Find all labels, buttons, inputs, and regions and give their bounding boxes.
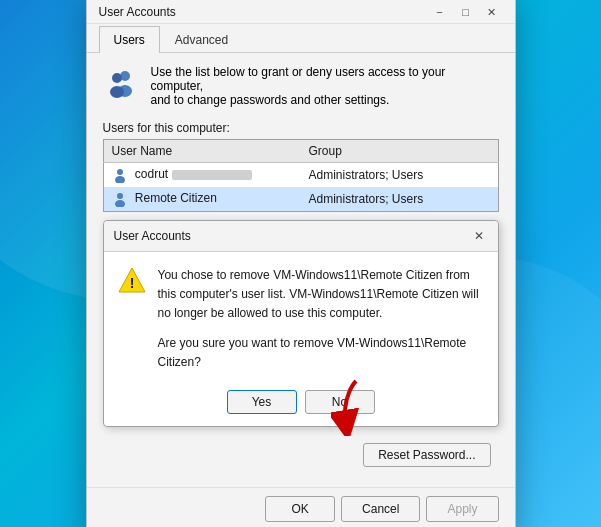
user-group-cell: Administrators; Users [301, 187, 499, 212]
svg-point-5 [115, 176, 125, 183]
maximize-button[interactable]: □ [455, 1, 477, 23]
confirm-close-button[interactable]: ✕ [470, 227, 488, 245]
blurred-password [172, 170, 252, 180]
svg-point-6 [117, 193, 123, 199]
svg-point-2 [112, 73, 122, 83]
tab-users[interactable]: Users [99, 26, 160, 53]
title-bar-controls: − □ ✕ [429, 1, 503, 23]
confirm-message-part1: You chose to remove VM-Windows11\Remote … [158, 266, 484, 324]
warning-icon: ! [118, 266, 146, 294]
user-name-cell: Remote Citizen [103, 187, 301, 212]
bottom-buttons-row: Reset Password... [103, 435, 499, 475]
user-accounts-window: User Accounts − □ ✕ Users Advanced [86, 0, 516, 527]
table-row[interactable]: codrut Administrators; Users [103, 163, 498, 188]
confirm-title-bar: User Accounts ✕ [104, 221, 498, 252]
svg-text:!: ! [129, 275, 134, 291]
title-bar-left: User Accounts [99, 5, 176, 19]
table-row[interactable]: Remote Citizen Administrators; Users [103, 187, 498, 212]
close-button[interactable]: ✕ [481, 1, 503, 23]
users-graphic-icon [103, 65, 139, 101]
main-content: Use the list below to grant or deny user… [87, 53, 515, 487]
title-bar: User Accounts − □ ✕ [87, 0, 515, 24]
users-svg-icon [103, 65, 139, 101]
no-button[interactable]: No [305, 390, 375, 414]
tab-advanced[interactable]: Advanced [160, 26, 243, 53]
user-name-cell: codrut [103, 163, 301, 188]
confirm-message-part2: Are you sure you want to remove VM-Windo… [158, 334, 484, 372]
svg-point-7 [115, 200, 125, 207]
confirm-body: ! You chose to remove VM-Windows11\Remot… [104, 252, 498, 382]
user-group-cell: Administrators; Users [301, 163, 499, 188]
user-icon [112, 167, 128, 183]
cancel-button[interactable]: Cancel [341, 496, 420, 522]
yes-button[interactable]: Yes [227, 390, 297, 414]
confirm-buttons: Yes No [104, 382, 498, 426]
ok-button[interactable]: OK [265, 496, 335, 522]
reset-password-button[interactable]: Reset Password... [363, 443, 490, 467]
info-line1: Use the list below to grant or deny user… [151, 65, 446, 93]
confirm-dialog: User Accounts ✕ ! You chose to remove VM… [103, 220, 499, 427]
svg-point-4 [117, 169, 123, 175]
user-icon [112, 191, 128, 207]
apply-button[interactable]: Apply [426, 496, 498, 522]
col-header-group: Group [301, 140, 499, 163]
info-line2: and to change passwords and other settin… [151, 93, 390, 107]
svg-point-3 [110, 86, 124, 98]
minimize-button[interactable]: − [429, 1, 451, 23]
dialog-footer: OK Cancel Apply [87, 487, 515, 527]
section-label: Users for this computer: [103, 121, 499, 135]
col-header-username: User Name [103, 140, 301, 163]
confirm-dialog-title: User Accounts [114, 229, 191, 243]
info-row: Use the list below to grant or deny user… [103, 65, 499, 107]
user-table: User Name Group codrut Administrators; U… [103, 139, 499, 212]
window-title: User Accounts [99, 5, 176, 19]
info-text: Use the list below to grant or deny user… [151, 65, 499, 107]
tabs-row: Users Advanced [87, 26, 515, 53]
confirm-message: You chose to remove VM-Windows11\Remote … [158, 266, 484, 372]
